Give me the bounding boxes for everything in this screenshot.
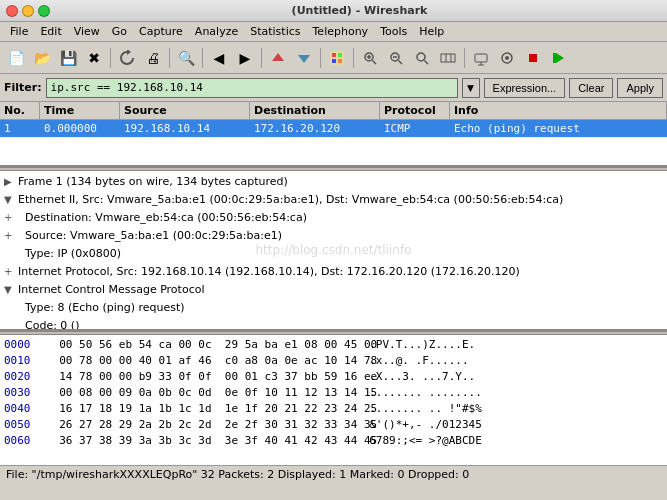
titlebar: (Untitled) - Wireshark	[0, 0, 667, 22]
svg-rect-3	[332, 53, 336, 57]
detail-item-frame[interactable]: ▶ Frame 1 (134 bytes on wire, 134 bytes …	[0, 173, 667, 191]
expand-icon-eth-src: +	[4, 228, 18, 244]
menu-capture[interactable]: Capture	[133, 23, 189, 40]
back-icon[interactable]: ◀	[207, 46, 231, 70]
sep5	[320, 48, 321, 68]
hex-row-0050: 0050 26 27 28 29 2a 2b 2c 2d 2e 2f 30 31…	[4, 417, 663, 433]
packet-list: No. Time Source Destination Protocol Inf…	[0, 102, 667, 167]
zoom-normal-icon[interactable]	[410, 46, 434, 70]
detail-item-eth-src[interactable]: + Source: Vmware_5a:ba:e1 (00:0c:29:5a:b…	[0, 227, 667, 245]
sep3	[202, 48, 203, 68]
hex-bytes-0030: 00 08 00 09 0a 0b 0c 0d 0e 0f 10 11 12 1…	[46, 385, 356, 401]
detail-text-icmp-code: Code: 0 ()	[18, 318, 663, 331]
reload-icon[interactable]	[115, 46, 139, 70]
filter-label: Filter:	[4, 81, 42, 94]
col-header-protocol[interactable]: Protocol	[380, 102, 450, 119]
hex-offset-0000: 0000	[4, 337, 46, 353]
packet-source: 192.168.10.14	[120, 122, 250, 135]
menubar: File Edit View Go Capture Analyze Statis…	[0, 22, 667, 42]
col-header-no[interactable]: No.	[0, 102, 40, 119]
packet-protocol: ICMP	[380, 122, 450, 135]
zoom-in-icon[interactable]	[358, 46, 382, 70]
svg-rect-26	[553, 53, 556, 63]
capture-options-icon[interactable]	[495, 46, 519, 70]
find-icon[interactable]: 🔍	[174, 46, 198, 70]
capture-restart-icon[interactable]	[547, 46, 571, 70]
menu-help[interactable]: Help	[413, 23, 450, 40]
maximize-window-btn[interactable]	[38, 5, 50, 17]
packet-no: 1	[0, 122, 40, 135]
svg-marker-0	[272, 53, 284, 61]
filterbar: Filter: ▼ Expression... Clear Apply	[0, 74, 667, 102]
detail-item-ip[interactable]: + Internet Protocol, Src: 192.168.10.14 …	[0, 263, 667, 281]
menu-edit[interactable]: Edit	[34, 23, 67, 40]
hex-row-0000: 0000 00 50 56 eb 54 ca 00 0c 29 5a ba e1…	[4, 337, 663, 353]
expression-button[interactable]: Expression...	[484, 78, 566, 98]
detail-text-frame: Frame 1 (134 bytes on wire, 134 bytes ca…	[18, 174, 663, 190]
hex-row-0030: 0030 00 08 00 09 0a 0b 0c 0d 0e 0f 10 11…	[4, 385, 663, 401]
zoom-out-icon[interactable]	[384, 46, 408, 70]
menu-file[interactable]: File	[4, 23, 34, 40]
toolbar: 📄 📂 💾 ✖ 🖨 🔍 ◀ ▶	[0, 42, 667, 74]
print-icon[interactable]: 🖨	[141, 46, 165, 70]
svg-rect-24	[529, 54, 537, 62]
packet-time: 0.000000	[40, 122, 120, 135]
apply-button[interactable]: Apply	[617, 78, 663, 98]
col-header-source[interactable]: Source	[120, 102, 250, 119]
statusbar-text: File: "/tmp/wiresharkXXXXLEQpRo" 32 Pack…	[6, 468, 469, 481]
resize-columns-icon[interactable]	[436, 46, 460, 70]
detail-item-icmp[interactable]: ▼ Internet Control Message Protocol	[0, 281, 667, 299]
hex-ascii-0030: ........ ........	[356, 385, 482, 401]
hex-bytes-0040: 16 17 18 19 1a 1b 1c 1d 1e 1f 20 21 22 2…	[46, 401, 356, 417]
close-file-icon[interactable]: ✖	[82, 46, 106, 70]
menu-telephony[interactable]: Telephony	[307, 23, 375, 40]
detail-item-eth-dst[interactable]: + Destination: Vmware_eb:54:ca (00:50:56…	[0, 209, 667, 227]
detail-item-icmp-code[interactable]: Code: 0 ()	[0, 317, 667, 331]
hex-offset-0030: 0030	[4, 385, 46, 401]
detail-item-icmp-type[interactable]: Type: 8 (Echo (ping) request)	[0, 299, 667, 317]
colorize-icon[interactable]	[325, 46, 349, 70]
detail-text-eth-dst: Destination: Vmware_eb:54:ca (00:50:56:e…	[18, 210, 663, 226]
svg-marker-1	[298, 55, 310, 63]
menu-statistics[interactable]: Statistics	[244, 23, 306, 40]
go-down-icon[interactable]	[292, 46, 316, 70]
menu-tools[interactable]: Tools	[374, 23, 413, 40]
filter-input[interactable]	[46, 78, 458, 98]
hex-ascii-0040: ........ .. !"#$%	[356, 401, 482, 417]
filter-dropdown-btn[interactable]: ▼	[462, 78, 480, 98]
detail-text-eth-type: Type: IP (0x0800)	[18, 246, 663, 262]
svg-rect-5	[332, 59, 336, 63]
col-header-time[interactable]: Time	[40, 102, 120, 119]
svg-line-12	[399, 60, 403, 64]
col-header-destination[interactable]: Destination	[250, 102, 380, 119]
packet-detail: ▶ Frame 1 (134 bytes on wire, 134 bytes …	[0, 171, 667, 331]
save-icon[interactable]: 💾	[56, 46, 80, 70]
capture-interfaces-icon[interactable]	[469, 46, 493, 70]
close-window-btn[interactable]	[6, 5, 18, 17]
hex-ascii-0020: .X...3. ...7.Y..	[356, 369, 475, 385]
sep4	[261, 48, 262, 68]
menu-go[interactable]: Go	[106, 23, 133, 40]
minimize-window-btn[interactable]	[22, 5, 34, 17]
packet-row[interactable]: 1 0.000000 192.168.10.14 172.16.20.120 I…	[0, 120, 667, 138]
hex-ascii-0000: .PV.T...)Z....E.	[356, 337, 475, 353]
menu-analyze[interactable]: Analyze	[189, 23, 244, 40]
clear-button[interactable]: Clear	[569, 78, 613, 98]
capture-stop-icon[interactable]	[521, 46, 545, 70]
menu-view[interactable]: View	[68, 23, 106, 40]
svg-rect-19	[475, 54, 487, 62]
open-icon[interactable]: 📂	[30, 46, 54, 70]
expand-icon-eth-dst: +	[4, 210, 18, 226]
hex-ascii-0010: .x..@. .F......	[356, 353, 469, 369]
hex-dump: 0000 00 50 56 eb 54 ca 00 0c 29 5a ba e1…	[0, 335, 667, 465]
detail-text-ip: Internet Protocol, Src: 192.168.10.14 (1…	[18, 264, 663, 280]
detail-item-ethernet[interactable]: ▼ Ethernet II, Src: Vmware_5a:ba:e1 (00:…	[0, 191, 667, 209]
forward-icon[interactable]: ▶	[233, 46, 257, 70]
detail-item-eth-type[interactable]: Type: IP (0x0800)	[0, 245, 667, 263]
window-title: (Untitled) - Wireshark	[58, 4, 661, 17]
hex-row-0020: 0020 14 78 00 00 b9 33 0f 0f 00 01 c3 37…	[4, 369, 663, 385]
col-header-info[interactable]: Info	[450, 102, 667, 119]
go-up-icon[interactable]	[266, 46, 290, 70]
new-capture-icon[interactable]: 📄	[4, 46, 28, 70]
sep2	[169, 48, 170, 68]
